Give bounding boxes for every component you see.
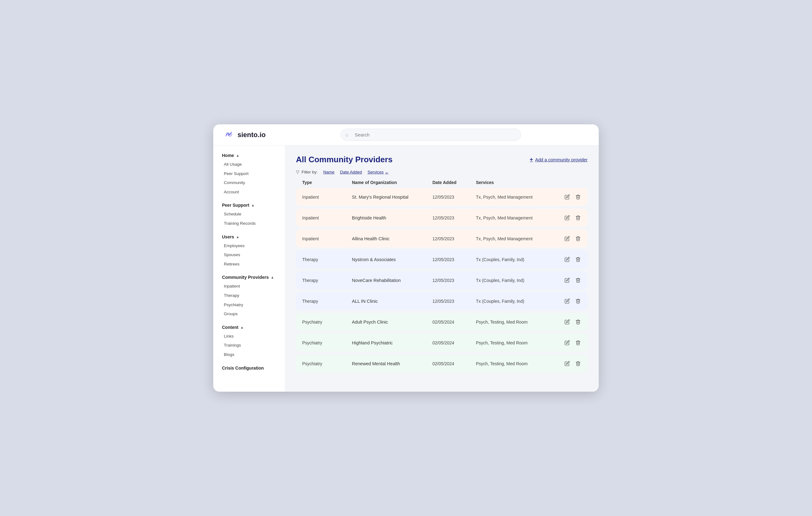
row-date: 12/05/2023 bbox=[432, 236, 476, 241]
row-actions bbox=[556, 277, 581, 284]
edit-button[interactable] bbox=[564, 194, 571, 200]
row-org: Adult Psych Clinic bbox=[352, 319, 432, 324]
sidebar-item-crisis-config[interactable]: Crisis Configuration bbox=[222, 366, 285, 371]
sidebar-item-therapy[interactable]: Therapy bbox=[222, 291, 285, 300]
filter-tag-services[interactable]: Services ⌄ bbox=[368, 169, 388, 174]
row-type: Therapy bbox=[302, 299, 352, 304]
delete-button[interactable] bbox=[575, 360, 581, 367]
row-services: Tx, Psych, Med Management bbox=[476, 236, 556, 241]
sidebar-item-inpatient[interactable]: Inpatient bbox=[222, 282, 285, 291]
row-date: 02/05/2024 bbox=[432, 361, 476, 366]
sidebar-item-psychiatry[interactable]: Psychiatry bbox=[222, 300, 285, 310]
sidebar-item-links[interactable]: Links bbox=[222, 332, 285, 341]
row-org: Highland Psychiatric bbox=[352, 340, 432, 345]
col-header-org: Name of Organization bbox=[352, 180, 432, 185]
delete-button[interactable] bbox=[575, 277, 581, 284]
filter-tag-date[interactable]: Date Added bbox=[340, 170, 362, 174]
row-actions bbox=[556, 339, 581, 346]
chevron-down-icon: ⌄ bbox=[385, 169, 388, 174]
sidebar-item-all-usage[interactable]: All Usage bbox=[222, 160, 285, 169]
sidebar-item-employees[interactable]: Employees bbox=[222, 241, 285, 251]
edit-button[interactable] bbox=[564, 214, 571, 221]
edit-button[interactable] bbox=[564, 256, 571, 263]
row-org: Allina Health Clinic bbox=[352, 236, 432, 241]
row-type: Psychiatry bbox=[302, 340, 352, 345]
sidebar-section-title-home[interactable]: Home ▲ bbox=[222, 153, 285, 158]
sidebar-item-spouses[interactable]: Spouses bbox=[222, 250, 285, 260]
logo-text: siento.io bbox=[237, 131, 265, 139]
sidebar-section-title-content[interactable]: Content ▲ bbox=[222, 325, 285, 330]
delete-button[interactable] bbox=[575, 214, 581, 221]
sidebar-section-title-community-providers[interactable]: Community Providers ▲ bbox=[222, 275, 285, 280]
sidebar-item-peer-support-home[interactable]: Peer Support bbox=[222, 169, 285, 178]
col-header-services: Services bbox=[476, 180, 556, 185]
row-services: Psych, Testing, Med Room bbox=[476, 319, 556, 324]
body-layout: Home ▲ All Usage Peer Support Community … bbox=[213, 145, 599, 392]
row-type: Psychiatry bbox=[302, 361, 352, 366]
sidebar-section-title-peer-support[interactable]: Peer Support ▲ bbox=[222, 203, 285, 208]
sidebar-item-community[interactable]: Community bbox=[222, 178, 285, 188]
sidebar-section-content: Content ▲ Links Trainings Blogs bbox=[222, 325, 285, 359]
col-header-actions bbox=[556, 180, 581, 185]
plus-icon: + bbox=[530, 156, 533, 163]
row-services: Tx (Couples, Family, Ind) bbox=[476, 299, 556, 304]
row-services: Tx (Couples, Family, Ind) bbox=[476, 278, 556, 283]
table-row: Inpatient Allina Health Clinic 12/05/202… bbox=[296, 230, 587, 248]
sidebar-section-community-providers: Community Providers ▲ Inpatient Therapy … bbox=[222, 275, 285, 318]
row-actions bbox=[556, 194, 581, 200]
row-services: Tx (Couples, Family, Ind) bbox=[476, 257, 556, 262]
filter-bar: ▽ Filter by: Name Date Added Services ⌄ bbox=[296, 169, 587, 174]
edit-button[interactable] bbox=[564, 319, 571, 325]
row-date: 02/05/2024 bbox=[432, 340, 476, 345]
sidebar-item-training-records[interactable]: Training Records bbox=[222, 219, 285, 228]
row-org: Renewed Mental Health bbox=[352, 361, 432, 366]
col-header-type: Type bbox=[302, 180, 352, 185]
edit-button[interactable] bbox=[564, 235, 571, 242]
edit-button[interactable] bbox=[564, 339, 571, 346]
delete-button[interactable] bbox=[575, 194, 581, 200]
chevron-up-icon-community: ▲ bbox=[271, 276, 274, 279]
delete-button[interactable] bbox=[575, 235, 581, 242]
sidebar: Home ▲ All Usage Peer Support Community … bbox=[213, 145, 285, 392]
sidebar-item-retirees[interactable]: Retirees bbox=[222, 260, 285, 269]
sidebar-item-groups[interactable]: Groups bbox=[222, 309, 285, 319]
add-button-label: Add a community provider bbox=[535, 157, 587, 162]
table-row: Therapy NoveCare Rehabilitation 12/05/20… bbox=[296, 271, 587, 289]
row-services: Tx, Psych, Med Management bbox=[476, 216, 556, 220]
sidebar-section-peer-support: Peer Support ▲ Schedule Training Records bbox=[222, 203, 285, 228]
table-row: Psychiatry Adult Psych Clinic 02/05/2024… bbox=[296, 313, 587, 331]
table-row: Inpatient Brightside Health 12/05/2023 T… bbox=[296, 209, 587, 227]
sidebar-item-trainings[interactable]: Trainings bbox=[222, 341, 285, 350]
row-type: Inpatient bbox=[302, 236, 352, 241]
chevron-up-icon-users: ▲ bbox=[236, 235, 239, 239]
delete-button[interactable] bbox=[575, 319, 581, 325]
row-actions bbox=[556, 235, 581, 242]
row-date: 12/05/2023 bbox=[432, 278, 476, 283]
table-row: Psychiatry Renewed Mental Health 02/05/2… bbox=[296, 355, 587, 372]
sidebar-item-account[interactable]: Account bbox=[222, 188, 285, 197]
delete-button[interactable] bbox=[575, 256, 581, 263]
table-row: Therapy ALL IN Clinic 12/05/2023 Tx (Cou… bbox=[296, 292, 587, 310]
delete-button[interactable] bbox=[575, 298, 581, 304]
delete-button[interactable] bbox=[575, 339, 581, 346]
sidebar-section-title-users[interactable]: Users ▲ bbox=[222, 234, 285, 239]
edit-button[interactable] bbox=[564, 360, 571, 367]
sidebar-item-blogs[interactable]: Blogs bbox=[222, 350, 285, 359]
row-actions bbox=[556, 298, 581, 304]
row-date: 02/05/2024 bbox=[432, 319, 476, 324]
row-actions bbox=[556, 319, 581, 325]
search-bar: ⌕ bbox=[341, 129, 521, 141]
filter-label: ▽ Filter by: bbox=[296, 169, 318, 174]
sidebar-item-schedule[interactable]: Schedule bbox=[222, 209, 285, 219]
row-date: 12/05/2023 bbox=[432, 299, 476, 304]
table-row: Psychiatry Highland Psychiatric 02/05/20… bbox=[296, 334, 587, 351]
search-input[interactable] bbox=[341, 129, 521, 141]
add-community-provider-button[interactable]: + Add a community provider bbox=[530, 156, 587, 163]
logo[interactable]: siento.io bbox=[223, 129, 265, 141]
row-services: Psych, Testing, Med Room bbox=[476, 361, 556, 366]
edit-button[interactable] bbox=[564, 277, 571, 284]
filter-tag-name[interactable]: Name bbox=[323, 170, 335, 174]
table-row: Inpatient St. Mary's Regional Hospital 1… bbox=[296, 188, 587, 206]
sidebar-section-crisis-config: Crisis Configuration bbox=[222, 366, 285, 371]
edit-button[interactable] bbox=[564, 298, 571, 304]
